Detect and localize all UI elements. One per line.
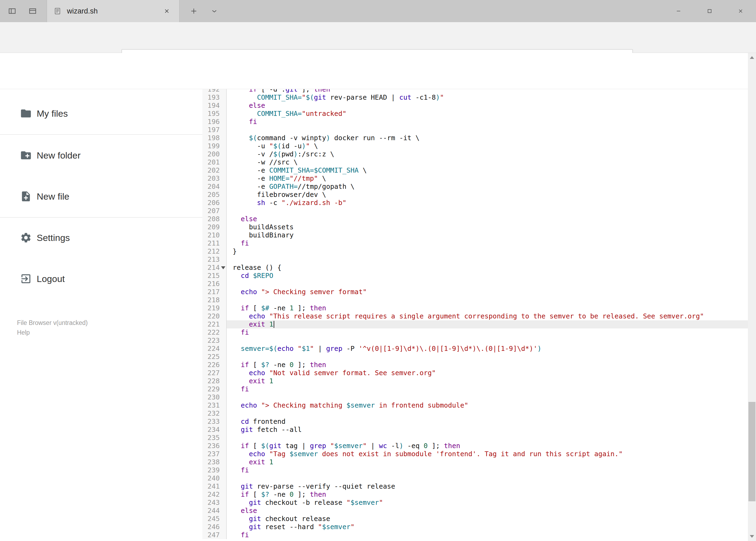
code-text[interactable]: COMMIT_SHA="untracked" <box>227 110 748 118</box>
code-text[interactable]: echo "This release script requires a sin… <box>227 312 748 320</box>
code-text[interactable] <box>227 126 748 134</box>
code-line[interactable]: 222 fi <box>202 328 748 336</box>
code-line[interactable]: 244 else <box>202 507 748 515</box>
code-text[interactable] <box>227 409 748 417</box>
code-line[interactable]: 200 -v /$(pwd):/src:z \ <box>202 150 748 158</box>
code-text[interactable]: buildAssets <box>227 223 748 231</box>
code-text[interactable]: filebrowser/dev \ <box>227 191 748 199</box>
code-text[interactable]: cd $REPO <box>227 272 748 280</box>
code-line[interactable]: 193 COMMIT_SHA="$(git rev-parse HEAD | c… <box>202 94 748 102</box>
code-text[interactable]: fi <box>227 466 748 474</box>
code-text[interactable]: git fetch --all <box>227 426 748 434</box>
fold-arrow-icon[interactable] <box>221 266 225 269</box>
sidebar-item-logout[interactable]: Logout <box>0 265 202 292</box>
code-text[interactable]: if [ $(git tag | grep "$semver" | wc -l)… <box>227 442 748 450</box>
code-text[interactable]: -e GOPATH=//tmp/gopath \ <box>227 183 748 191</box>
code-text[interactable]: -w //src \ <box>227 158 748 166</box>
minimize-button[interactable] <box>663 0 694 22</box>
code-text[interactable]: if [ $? -ne 0 ]; then <box>227 361 748 369</box>
code-text[interactable]: git rev-parse --verify --quiet release <box>227 482 748 490</box>
scrollbar-thumb[interactable] <box>748 402 755 501</box>
code-line[interactable]: 246 git reset --hard "$semver" <box>202 523 748 531</box>
code-line[interactable]: 219 if [ $# -ne 1 ]; then <box>202 304 748 312</box>
code-line[interactable]: 243 git checkout -b release "$semver" <box>202 499 748 507</box>
code-line[interactable]: 225 <box>202 353 748 361</box>
code-text[interactable]: if [ -d .git ]; then <box>227 89 748 94</box>
code-line[interactable]: 209 buildAssets <box>202 223 748 231</box>
code-text[interactable]: fi <box>227 531 748 539</box>
code-line[interactable]: 220 echo "This release script requires a… <box>202 312 748 320</box>
code-line[interactable]: 204 -e GOPATH=//tmp/gopath \ <box>202 183 748 191</box>
code-text[interactable]: else <box>227 102 748 110</box>
code-text[interactable]: git checkout -b release "$semver" <box>227 499 748 507</box>
code-line[interactable]: 228 exit 1 <box>202 377 748 385</box>
code-line[interactable]: 239 fi <box>202 466 748 474</box>
code-text[interactable] <box>227 353 748 361</box>
code-line[interactable]: 241 git rev-parse --verify --quiet relea… <box>202 482 748 490</box>
code-line[interactable]: 217 echo "> Checking semver format" <box>202 288 748 296</box>
active-tab[interactable]: wizard.sh <box>47 0 179 22</box>
code-line[interactable]: 208 else <box>202 215 748 223</box>
code-text[interactable]: $(command -v winpty) docker run --rm -it… <box>227 134 748 142</box>
code-line[interactable]: 205 filebrowser/dev \ <box>202 191 748 199</box>
code-line[interactable]: 227 echo "Not valid semver format. See s… <box>202 369 748 377</box>
code-line[interactable]: 229 fi <box>202 385 748 393</box>
close-button[interactable] <box>725 0 756 22</box>
sidebar-item-new-folder[interactable]: New folder <box>0 142 202 169</box>
code-text[interactable]: fi <box>227 328 748 336</box>
code-text[interactable] <box>227 207 748 215</box>
code-line[interactable]: 195 COMMIT_SHA="untracked" <box>202 110 748 118</box>
scroll-up-arrow-icon[interactable] <box>748 53 756 62</box>
code-text[interactable]: if [ $# -ne 1 ]; then <box>227 304 748 312</box>
code-line[interactable]: 192 if [ -d .git ]; then <box>202 89 748 94</box>
code-line[interactable]: 230 <box>202 393 748 401</box>
code-text[interactable] <box>227 256 748 264</box>
code-text[interactable]: if [ $? -ne 0 ]; then <box>227 490 748 499</box>
new-tab-button[interactable] <box>186 3 202 19</box>
code-text[interactable]: -u "$(id -u)" \ <box>227 142 748 150</box>
code-line[interactable]: 203 -e HOME="//tmp" \ <box>202 175 748 183</box>
code-text[interactable]: release () { <box>227 264 748 272</box>
code-line[interactable]: 226 if [ $? -ne 0 ]; then <box>202 361 748 369</box>
code-text[interactable]: -e HOME="//tmp" \ <box>227 175 748 183</box>
code-line[interactable]: 196 fi <box>202 118 748 126</box>
code-line[interactable]: 236 if [ $(git tag | grep "$semver" | wc… <box>202 442 748 450</box>
code-line[interactable]: 211 fi <box>202 239 748 248</box>
code-line[interactable]: 231 echo "> Checking matching $semver in… <box>202 401 748 409</box>
code-line[interactable]: 245 git checkout release <box>202 515 748 523</box>
code-text[interactable]: } <box>227 248 748 256</box>
code-line[interactable]: 247 fi <box>202 531 748 539</box>
code-line[interactable]: 215 cd $REPO <box>202 272 748 280</box>
code-text[interactable]: COMMIT_SHA="$(git rev-parse HEAD | cut -… <box>227 94 748 102</box>
code-line[interactable]: 210 buildBinary <box>202 231 748 239</box>
help-link[interactable]: Help <box>17 328 30 337</box>
code-text[interactable]: sh -c "./wizard.sh -b" <box>227 199 748 207</box>
code-text[interactable]: fi <box>227 239 748 248</box>
code-line[interactable]: 221 exit 1 <box>202 320 748 328</box>
maximize-button[interactable] <box>694 0 725 22</box>
code-line[interactable]: 218 <box>202 296 748 304</box>
code-editor[interactable]: 192 if [ -d .git ]; then193 COMMIT_SHA="… <box>202 89 748 541</box>
code-line[interactable]: 223 <box>202 336 748 345</box>
code-text[interactable]: cd frontend <box>227 417 748 426</box>
code-text[interactable]: exit 1 <box>227 458 748 466</box>
code-text[interactable]: echo "Tag $semver does not exist in subm… <box>227 450 748 458</box>
code-text[interactable]: echo "> Checking semver format" <box>227 288 748 296</box>
sidebar-item-settings[interactable]: Settings <box>0 224 202 251</box>
code-line[interactable]: 237 echo "Tag $semver does not exist in … <box>202 450 748 458</box>
code-line[interactable]: 233 cd frontend <box>202 417 748 426</box>
code-text[interactable]: fi <box>227 385 748 393</box>
code-line[interactable]: 213 <box>202 256 748 264</box>
code-text[interactable]: buildBinary <box>227 231 748 239</box>
page-scrollbar[interactable] <box>748 53 756 541</box>
app-version-link[interactable]: File Browser v(untracked) <box>17 318 88 327</box>
code-text[interactable] <box>227 393 748 401</box>
code-text[interactable]: semver=$(echo "$1" | grep -P '^v(0|[1-9]… <box>227 345 748 353</box>
code-text[interactable]: echo "> Checking matching $semver in fro… <box>227 401 748 409</box>
code-line[interactable]: 194 else <box>202 102 748 110</box>
code-text[interactable] <box>227 474 748 482</box>
code-line[interactable]: 216 <box>202 280 748 288</box>
sidebar-item-new-file[interactable]: New file <box>0 183 202 210</box>
tab-list-chevron-icon[interactable] <box>206 3 222 19</box>
code-line[interactable]: 207 <box>202 207 748 215</box>
